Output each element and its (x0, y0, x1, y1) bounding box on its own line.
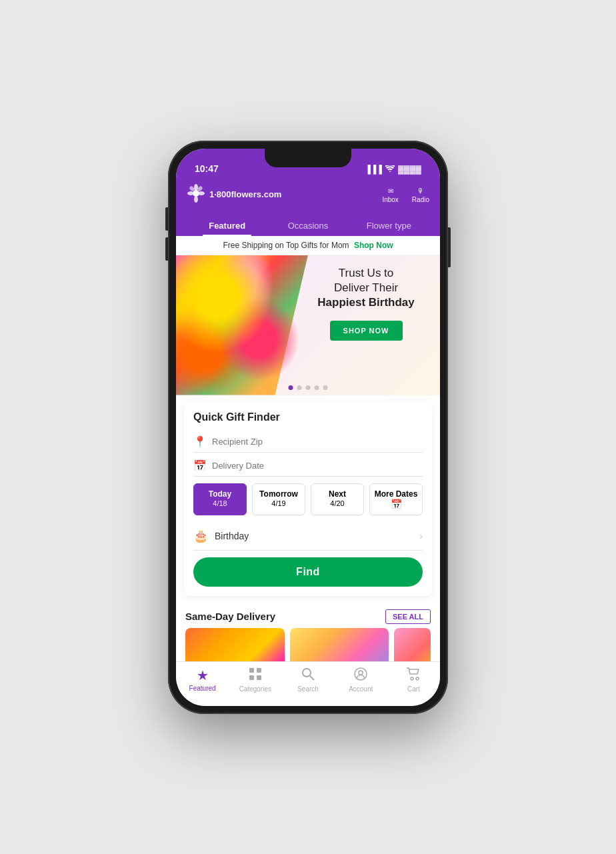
phone-frame: 10:47 ▐▐▐ ▓▓▓▓ (168, 141, 448, 714)
date-buttons: Today 4/18 Tomorrow 4/19 Next 4/20 More … (193, 483, 423, 515)
gift-finder: Quick Gift Finder 📍 📅 Today 4/18 Tomorr (184, 402, 432, 596)
status-time: 10:47 (195, 163, 219, 174)
hero-dot-2[interactable] (297, 385, 302, 390)
location-icon: 📍 (193, 435, 207, 448)
featured-star-icon: ★ (197, 667, 209, 683)
inbox-label: Inbox (382, 196, 398, 203)
hero-flowers-overlay (176, 255, 313, 395)
tab-item-cart[interactable]: Cart (387, 667, 440, 693)
promo-cta[interactable]: Shop Now (354, 241, 393, 250)
more-dates-icon: 📅 (373, 499, 419, 509)
calendar-icon: 📅 (193, 459, 207, 472)
inbox-icon: ✉ (388, 187, 393, 195)
zip-input-row[interactable]: 📍 (193, 431, 423, 453)
promo-text: Free Shipping on Top Gifts for Mom (223, 241, 349, 250)
nav-tabs: Featured Occasions Flower type (187, 215, 429, 236)
promo-banner[interactable]: Free Shipping on Top Gifts for Mom Shop … (176, 236, 440, 255)
logo-brand: 1·800flowers.com (209, 190, 281, 199)
header-actions: ✉ Inbox 🎙 Radio (382, 187, 429, 203)
tab-search-label: Search (297, 685, 319, 693)
svg-point-11 (303, 669, 311, 677)
hero-dot-3[interactable] (306, 385, 311, 390)
tab-flower-type[interactable]: Flower type (349, 215, 429, 236)
svg-line-12 (310, 676, 314, 680)
product-row (176, 628, 440, 661)
tab-item-categories[interactable]: Categories (229, 667, 281, 693)
search-magnifier-icon (301, 667, 315, 684)
hero-banner: Trust Us to Deliver Their Happiest Birth… (176, 255, 440, 395)
product-card-2[interactable] (290, 628, 389, 661)
svg-point-16 (416, 677, 419, 680)
date-input[interactable] (212, 461, 423, 471)
birthday-icon: 🎂 (193, 529, 208, 543)
inbox-button[interactable]: ✉ Inbox (382, 187, 398, 203)
phone-screen: 10:47 ▐▐▐ ▓▓▓▓ (176, 149, 440, 706)
power-button[interactable] (448, 227, 451, 267)
battery-icon: ▓▓▓▓ (398, 165, 421, 174)
radio-icon: 🎙 (417, 187, 424, 195)
occasion-row[interactable]: 🎂 Birthday › (193, 522, 423, 551)
categories-grid-icon (249, 667, 262, 684)
header-top: 1·800flowers.com ✉ Inbox 🎙 Radio (187, 183, 429, 207)
svg-point-15 (411, 677, 413, 680)
hero-text: Trust Us to Deliver Their Happiest Birth… (297, 266, 435, 341)
logo-flower-icon (187, 183, 205, 207)
date-button-more[interactable]: More Dates 📅 (369, 483, 423, 515)
radio-button[interactable]: 🎙 Radio (412, 187, 429, 203)
zip-input[interactable] (212, 437, 423, 447)
svg-point-14 (359, 671, 363, 675)
tab-cart-label: Cart (407, 685, 420, 693)
svg-rect-9 (249, 675, 254, 680)
date-button-next[interactable]: Next 4/20 (311, 483, 364, 515)
wifi-icon (385, 165, 395, 174)
date-button-today[interactable]: Today 4/18 (193, 483, 247, 515)
hero-dot-5[interactable] (323, 385, 328, 390)
volume-up-button[interactable] (165, 207, 168, 231)
svg-point-1 (194, 184, 198, 191)
date-button-tomorrow[interactable]: Tomorrow 4/19 (252, 483, 305, 515)
app-header: 1·800flowers.com ✉ Inbox 🎙 Radio (176, 178, 440, 236)
volume-down-button[interactable] (165, 237, 168, 261)
tab-item-featured[interactable]: ★ Featured (176, 667, 229, 693)
svg-rect-7 (249, 668, 254, 673)
bottom-tab-bar: ★ Featured Categories (176, 661, 440, 706)
notch (265, 149, 351, 167)
svg-rect-10 (257, 675, 261, 680)
gift-finder-title: Quick Gift Finder (193, 411, 423, 423)
tab-item-account[interactable]: Account (335, 667, 387, 693)
product-card-3[interactable] (394, 628, 431, 661)
find-button[interactable]: Find (193, 557, 423, 587)
svg-point-4 (198, 191, 205, 195)
hero-dot-1[interactable] (289, 385, 293, 390)
tab-occasions[interactable]: Occasions (267, 215, 348, 236)
logo-area: 1·800flowers.com (187, 183, 281, 207)
svg-rect-8 (257, 668, 261, 673)
status-icons: ▐▐▐ ▓▓▓▓ (365, 165, 421, 174)
tab-account-label: Account (349, 685, 373, 693)
same-day-title: Same-Day Delivery (185, 611, 275, 622)
hero-shop-button[interactable]: SHOP NOW (330, 321, 403, 341)
tab-featured[interactable]: Featured (187, 215, 267, 236)
same-day-header: Same-Day Delivery SEE ALL (176, 603, 440, 628)
logo-text: 1·800flowers.com (209, 190, 281, 199)
main-content: Free Shipping on Top Gifts for Mom Shop … (176, 236, 440, 661)
account-person-icon (354, 667, 367, 684)
cart-icon (406, 667, 421, 684)
hero-dot-4[interactable] (315, 385, 319, 390)
radio-label: Radio (412, 196, 429, 203)
date-input-row[interactable]: 📅 (193, 455, 423, 477)
signal-icon: ▐▐▐ (365, 165, 382, 174)
tab-item-search[interactable]: Search (281, 667, 334, 693)
occasion-text: Birthday (215, 531, 419, 541)
occasion-chevron-icon: › (419, 531, 423, 541)
product-card-1[interactable] (185, 628, 285, 661)
svg-point-3 (187, 191, 194, 195)
tab-featured-label: Featured (189, 685, 216, 692)
tab-categories-label: Categories (239, 685, 271, 693)
svg-point-2 (194, 196, 198, 203)
see-all-button[interactable]: SEE ALL (385, 609, 431, 624)
hero-carousel-dots (289, 385, 328, 390)
hero-heading: Trust Us to Deliver Their Happiest Birth… (297, 266, 435, 310)
